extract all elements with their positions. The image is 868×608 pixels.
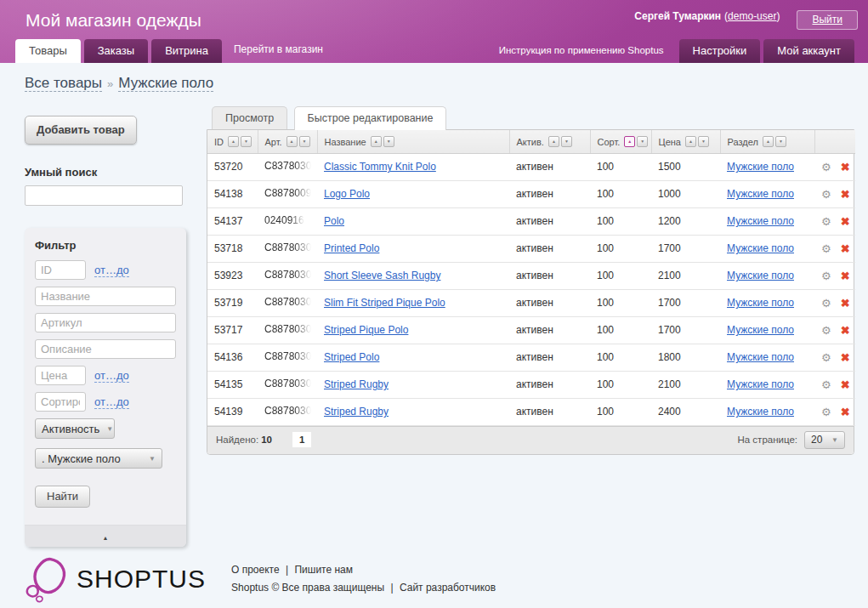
breadcrumb-current-link[interactable]: Мужские поло: [118, 75, 213, 92]
filter-collapse-bar[interactable]: ▲: [25, 525, 186, 547]
per-page-label: На странице:: [737, 435, 797, 445]
add-product-button[interactable]: Добавить товар: [25, 116, 137, 145]
product-name-link[interactable]: Striped Rugby: [324, 406, 389, 418]
sort-asc-icon[interactable]: ▲: [763, 136, 774, 147]
instruction-link[interactable]: Инструкция по применению Shoptus: [499, 45, 664, 63]
id-range-link[interactable]: от…до: [94, 264, 129, 277]
product-section-link[interactable]: Мужские поло: [727, 215, 794, 227]
gear-icon[interactable]: ⚙: [821, 161, 831, 173]
product-section-link[interactable]: Мужские поло: [727, 270, 794, 281]
gear-icon[interactable]: ⚙: [821, 351, 831, 364]
delete-icon[interactable]: ✖: [841, 324, 850, 337]
product-name-link[interactable]: Logo Polo: [324, 188, 370, 200]
product-name-link[interactable]: Striped Pique Polo: [324, 324, 408, 336]
gear-icon[interactable]: ⚙: [821, 297, 831, 310]
filter-sort-input[interactable]: [35, 392, 86, 412]
product-section-link[interactable]: Мужские поло: [727, 351, 794, 363]
sort-desc-icon[interactable]: ▼: [383, 136, 394, 147]
app-header: Мой магазин одежды Сергей Тумаркин (demo…: [0, 0, 868, 63]
delete-icon[interactable]: ✖: [841, 161, 850, 173]
product-sort: 100: [597, 242, 614, 254]
sort-desc-icon[interactable]: ▼: [637, 136, 648, 147]
sort-desc-icon[interactable]: ▼: [698, 136, 709, 147]
sort-asc-icon[interactable]: ▲: [624, 136, 635, 147]
delete-icon[interactable]: ✖: [841, 297, 850, 310]
product-section-link[interactable]: Мужские поло: [727, 324, 794, 336]
sort-range-link[interactable]: от…до: [94, 395, 129, 409]
go-to-store-link[interactable]: Перейти в магазин: [225, 43, 326, 63]
copyright-text: Shoptus © Все права защищены: [231, 582, 384, 594]
activity-dropdown[interactable]: Активность ▼: [35, 418, 115, 439]
category-dropdown[interactable]: . Мужские поло ▼: [35, 448, 162, 469]
gear-icon[interactable]: ⚙: [821, 188, 831, 201]
breadcrumb-root-link[interactable]: Все товары: [25, 75, 102, 92]
gear-icon[interactable]: ⚙: [821, 215, 831, 228]
sort-asc-icon[interactable]: ▲: [286, 136, 298, 147]
sort-asc-icon[interactable]: ▲: [371, 136, 382, 147]
filter-description-input[interactable]: [35, 339, 176, 359]
delete-icon[interactable]: ✖: [841, 406, 850, 418]
logout-button[interactable]: Выйти: [797, 10, 858, 30]
sort-desc-icon[interactable]: ▼: [561, 136, 572, 147]
filter-id-input[interactable]: [35, 260, 86, 280]
sort-desc-icon[interactable]: ▼: [299, 136, 310, 147]
per-page-box: На странице: 20 ▼: [737, 431, 845, 449]
nav-tab-storefront[interactable]: Витрина: [151, 39, 222, 63]
gear-icon[interactable]: ⚙: [821, 406, 831, 418]
gear-icon[interactable]: ⚙: [821, 324, 831, 337]
nav-tab-settings[interactable]: Настройки: [679, 39, 761, 63]
product-section-link[interactable]: Мужские поло: [727, 406, 794, 418]
filter-name-input[interactable]: [35, 287, 176, 306]
page-number[interactable]: 1: [292, 432, 311, 447]
delete-icon[interactable]: ✖: [841, 378, 850, 391]
delete-icon[interactable]: ✖: [841, 242, 850, 255]
footer-links: О проекте | Пишите нам Shoptus © Все пра…: [231, 561, 496, 597]
user-login-link[interactable]: demo-user: [728, 10, 776, 22]
per-page-dropdown[interactable]: 20 ▼: [804, 431, 845, 449]
tab-view[interactable]: Просмотр: [212, 106, 287, 130]
product-name-link[interactable]: Classic Tommy Knit Polo: [324, 161, 436, 173]
product-name-link[interactable]: Polo: [324, 215, 344, 227]
sort-asc-icon[interactable]: ▲: [228, 136, 239, 147]
product-name-link[interactable]: Short Sleeve Sash Rugby: [324, 270, 440, 281]
about-link[interactable]: О проекте: [231, 564, 280, 576]
product-section-link[interactable]: Мужские поло: [727, 297, 794, 309]
gear-icon[interactable]: ⚙: [821, 378, 831, 391]
smart-search-input[interactable]: [25, 185, 183, 206]
gear-icon[interactable]: ⚙: [821, 270, 831, 282]
delete-icon[interactable]: ✖: [841, 188, 850, 201]
delete-icon[interactable]: ✖: [841, 270, 850, 282]
nav-tab-products[interactable]: Товары: [15, 39, 81, 63]
developers-link[interactable]: Сайт разработчиков: [400, 582, 496, 594]
product-name-link[interactable]: Striped Polo: [324, 351, 379, 363]
delete-icon[interactable]: ✖: [841, 351, 850, 364]
product-section-link[interactable]: Мужские поло: [727, 242, 794, 254]
filter-price-input[interactable]: [35, 366, 86, 385]
contact-link[interactable]: Пишите нам: [294, 564, 353, 576]
product-name-link[interactable]: Printed Polo: [324, 242, 379, 254]
delete-icon[interactable]: ✖: [841, 215, 850, 228]
nav-tab-account[interactable]: Мой аккаунт: [763, 39, 854, 63]
gear-icon[interactable]: ⚙: [821, 242, 831, 255]
find-button[interactable]: Найти: [35, 486, 90, 508]
nav-tab-orders[interactable]: Заказы: [84, 39, 148, 63]
product-sort: 100: [597, 188, 614, 200]
column-label-section: Раздел: [728, 137, 758, 147]
price-range-link[interactable]: от…до: [94, 369, 129, 383]
product-sort: 100: [597, 161, 614, 173]
product-name-link[interactable]: Slim Fit Striped Pique Polo: [324, 297, 445, 309]
product-sku: C8878030: [264, 241, 311, 253]
product-section-link[interactable]: Мужские поло: [727, 161, 794, 173]
sort-asc-icon[interactable]: ▲: [548, 136, 559, 147]
sort-desc-icon[interactable]: ▼: [775, 136, 786, 147]
column-label-price: Цена: [659, 137, 681, 147]
product-section-link[interactable]: Мужские поло: [727, 188, 794, 200]
logo-text: SHOPTUS: [77, 565, 206, 594]
sort-desc-icon[interactable]: ▼: [241, 136, 252, 147]
product-section-link[interactable]: Мужские поло: [727, 378, 794, 390]
activity-dropdown-value: Активность: [42, 423, 99, 435]
tab-quick-edit[interactable]: Быстрое редактирование: [294, 106, 447, 130]
filter-sku-input[interactable]: [35, 313, 176, 332]
product-name-link[interactable]: Striped Rugby: [324, 378, 389, 390]
sort-asc-icon[interactable]: ▲: [685, 136, 696, 147]
